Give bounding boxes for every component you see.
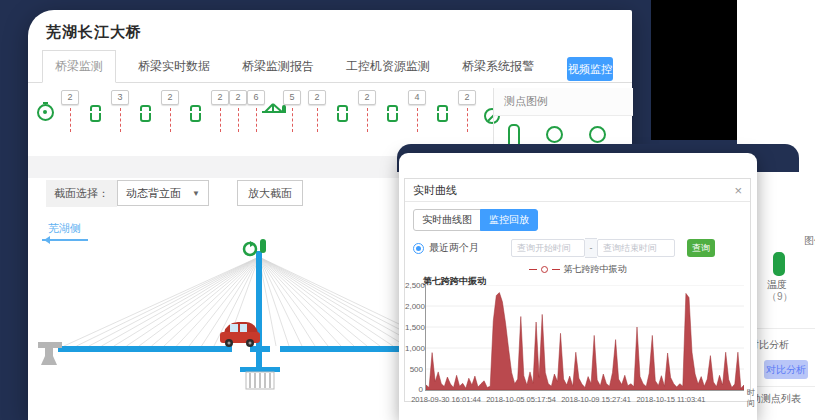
dashed-drop-line	[467, 108, 468, 132]
wind-sensor-icon	[546, 126, 563, 143]
y-tick: 500	[405, 365, 423, 374]
tab-bridge-monitor[interactable]: 桥梁监测	[42, 50, 116, 83]
sensor-count-badge[interactable]: 2	[231, 90, 245, 132]
tab-realtime-data[interactable]: 桥梁实时数据	[134, 51, 214, 82]
sensor-count-badge[interactable]: 2	[310, 90, 324, 132]
legend-marker-line	[529, 269, 537, 270]
chevron-down-icon: ▼	[192, 189, 200, 198]
tower-sensor-icons	[244, 239, 266, 255]
right-panel-legend-header: 图例	[804, 234, 815, 248]
chain-icon[interactable]	[88, 90, 102, 122]
video-feed-window	[651, 0, 737, 140]
vibration-sensor-icon	[589, 126, 606, 143]
chain-icon[interactable]	[188, 90, 202, 122]
tab-monitor-report[interactable]: 桥梁监测报告	[238, 51, 318, 82]
chart-plot-area[interactable]	[425, 285, 744, 391]
bridge-foundation	[246, 372, 274, 389]
dashed-drop-line	[120, 108, 121, 132]
enlarge-view-button[interactable]: 放大截面	[237, 180, 303, 206]
start-time-input[interactable]	[511, 239, 585, 257]
divider	[753, 386, 815, 387]
close-icon[interactable]: ×	[734, 184, 742, 197]
video-monitor-button[interactable]: 视频监控	[567, 57, 613, 81]
x-axis-name: 时间	[747, 387, 755, 409]
sensor-count-badge[interactable]: 2	[163, 90, 177, 132]
chain-icon[interactable]	[385, 90, 399, 122]
y-tick: 2,000	[405, 302, 423, 311]
dashed-drop-line	[256, 108, 257, 132]
x-tick: 2018-10-15 11:03:41	[636, 395, 705, 404]
sensor-count-badge[interactable]: 2	[63, 90, 77, 132]
modal-title: 实时曲线	[413, 183, 457, 198]
tab-monitor-playback[interactable]: 监控回放	[480, 209, 538, 231]
clock-icon[interactable]	[38, 90, 52, 121]
modal-tab-group: 实时曲线图 监控回放	[413, 209, 538, 231]
dashed-drop-line	[367, 108, 368, 132]
query-row: 最近两个月 - 查询	[413, 239, 745, 257]
bridge-icon[interactable]	[267, 90, 281, 121]
sensor-marker-strip: 23222652242	[38, 90, 490, 152]
legend-series-name: 第七跨跨中振动	[564, 263, 627, 276]
sensor-count-badge[interactable]: 2	[213, 90, 227, 132]
bridge-abutment	[38, 342, 62, 365]
range-separator: -	[585, 238, 597, 258]
dashed-drop-line	[292, 108, 293, 132]
vibration-series	[426, 293, 744, 390]
divider	[753, 328, 815, 329]
recent-range-label: 最近两个月	[429, 241, 479, 255]
temperature-count: （9）	[767, 290, 793, 304]
end-time-input[interactable]	[597, 239, 675, 257]
bridge-pier-cap	[240, 367, 280, 372]
temperature-icon	[773, 252, 785, 276]
realtime-curve-modal: 实时曲线 × 实时曲线图 监控回放 最近两个月 - 查询 第七跨跨中振动	[404, 178, 751, 402]
dashed-drop-line	[317, 108, 318, 132]
y-tick: 1,000	[405, 344, 423, 353]
x-tick: 2018-09-30 16:01:44	[411, 395, 481, 404]
dashed-drop-line	[170, 108, 171, 132]
sensor-count-badge[interactable]: 2	[360, 90, 374, 132]
x-tick: 2018-10-09 15:27:41	[561, 395, 631, 404]
tab-bar: 桥梁监测 桥梁实时数据 桥梁监测报告 工控机资源监测 桥梁系统报警	[28, 54, 632, 83]
dashed-drop-line	[238, 108, 239, 132]
x-tick: 2018-10-05 05:17:54	[486, 395, 556, 404]
legend-marker-line	[552, 269, 560, 270]
sensor-count-badge[interactable]: 4	[410, 90, 424, 132]
view-select-dropdown[interactable]: 动态背立面 ▼	[117, 180, 209, 206]
compare-analysis-button[interactable]: 对比分析	[764, 360, 808, 379]
view-select-label: 截面选择：	[46, 180, 117, 207]
legend-marker-dot	[541, 266, 548, 273]
legend-panel-title: 测点图例	[494, 88, 633, 116]
popup-window: 实时曲线 × 实时曲线图 监控回放 最近两个月 - 查询 第七跨跨中振动	[399, 153, 757, 420]
chain-icon[interactable]	[138, 90, 152, 122]
modal-header: 实时曲线 ×	[405, 179, 750, 202]
page-title: 芜湖长江大桥	[46, 23, 142, 42]
tab-curve-preview[interactable]: 实时曲线图	[413, 209, 481, 231]
tab-ipc-resource[interactable]: 工控机资源监测	[342, 51, 434, 82]
y-tick: 1,500	[405, 323, 423, 332]
chain-icon[interactable]	[335, 90, 349, 122]
app-canvas: 芜湖长江大桥 桥梁监测 桥梁实时数据 桥梁监测报告 工控机资源监测 桥梁系统报警…	[0, 0, 815, 420]
query-button[interactable]: 查询	[687, 239, 715, 257]
view-toolbar: 截面选择： 动态背立面 ▼ 放大截面	[46, 180, 303, 206]
chain-icon[interactable]	[435, 90, 449, 122]
sensor-count-badge[interactable]: 2	[460, 90, 474, 132]
y-tick: 2,500	[405, 281, 423, 290]
sensor-count-badge[interactable]: 3	[113, 90, 127, 132]
view-select-value: 动态背立面	[126, 186, 181, 201]
dashed-drop-line	[70, 108, 71, 132]
dashed-drop-line	[220, 108, 221, 132]
y-tick: 0	[405, 385, 423, 394]
tab-system-alarm[interactable]: 桥梁系统报警	[458, 51, 538, 82]
dashed-drop-line	[417, 108, 418, 132]
recent-range-radio[interactable]	[413, 243, 424, 254]
left-arrow-icon	[42, 239, 88, 241]
direction-label: 芜湖侧	[48, 221, 81, 236]
sensor-count-badge[interactable]: 5	[285, 90, 299, 132]
car	[220, 322, 260, 347]
